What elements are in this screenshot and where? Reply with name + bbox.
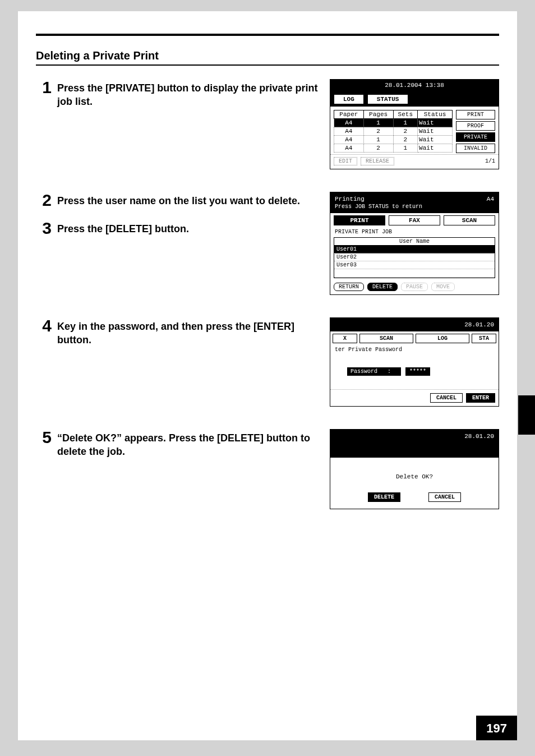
hint-text: Press JOB STATUS to return [330,204,499,213]
tab-x[interactable]: X [333,334,357,343]
print-button[interactable]: PRINT [456,110,495,119]
tab-status[interactable]: STATUS [367,94,409,104]
th-sets: Sets [393,110,418,119]
table-row[interactable]: A4 1 2 Wait [334,136,453,144]
return-button[interactable]: RETURN [334,283,364,291]
password-field[interactable]: ***** [405,367,430,376]
table-row[interactable]: A4 1 1 Wait [334,119,453,127]
a4-icon: A4 [487,196,494,202]
section-title: Deleting a Private Print [36,49,499,62]
password-label: Password : [347,367,401,376]
delete-button[interactable]: DELETE [368,492,400,502]
step-number-5: 5 [36,429,52,446]
cell: Wait [418,119,453,127]
step-text-4: Key in the password, and then press the … [57,320,319,347]
list-item[interactable]: User03 [334,261,495,269]
cell: 1 [363,136,393,144]
screen4-date: 28.01.20 [330,430,499,458]
pager: 1/1 [485,158,495,164]
cancel-button[interactable]: CANCEL [430,393,463,403]
tab-sta[interactable]: STA [472,334,496,343]
password-prompt: ter Private Password [330,345,499,354]
step-number-4: 4 [36,317,52,334]
top-rule [36,34,499,36]
screen3-date: 28.01.20 [330,318,499,331]
proof-button[interactable]: PROOF [456,121,495,131]
step-text-5: “Delete OK?” appears. Press the [DELETE]… [57,431,319,459]
cell: 2 [393,127,418,136]
private-button[interactable]: PRIVATE [456,132,495,142]
list-item[interactable]: User02 [334,253,495,261]
th-pages: Pages [363,110,393,119]
list-item[interactable]: User01 [334,246,495,253]
th-status: Status [418,110,453,119]
delete-confirm-text: Delete OK? [330,473,499,480]
cell: 2 [363,127,393,136]
cell: 1 [393,144,418,153]
screen1-datetime: 28.01.2004 13:38 [330,80,499,91]
side-tab-black [518,395,535,435]
page-number: 197 [476,716,517,740]
pause-button[interactable]: PAUSE [401,283,428,291]
table-row[interactable]: A4 2 1 Wait [334,144,453,153]
cell: 1 [393,119,418,127]
step-text-1: Press the [PRIVATE] button to display th… [57,81,319,109]
tab-fax[interactable]: FAX [389,215,440,225]
tab-log[interactable]: LOG [334,94,364,104]
screenshot-1: 28.01.2004 13:38 LOG STATUS Paper Pages … [330,79,499,169]
cell: A4 [334,127,364,136]
cell: 1 [363,119,393,127]
cell: Wait [418,144,453,153]
cancel-button[interactable]: CANCEL [428,492,461,502]
cell: 2 [363,144,393,153]
cell: Wait [418,136,453,144]
tab-scan[interactable]: SCAN [444,215,495,225]
step-text-2: Press the user name on the list you want… [57,194,319,208]
cell: A4 [334,136,364,144]
cell: Wait [418,127,453,136]
delete-button[interactable]: DELETE [367,283,398,291]
step-number-3: 3 [36,220,52,237]
table-row[interactable]: A4 2 2 Wait [334,127,453,136]
step-number-1: 1 [36,79,52,96]
cell: A4 [334,119,364,127]
screenshot-4: 28.01.20 Delete OK? DELETE CANCEL [330,429,499,509]
tab-print[interactable]: PRINT [334,215,385,225]
enter-button[interactable]: ENTER [466,393,495,403]
screenshot-3: 28.01.20 X SCAN LOG STA ter Private Pass… [330,317,499,407]
cell: 2 [393,136,418,144]
cell: A4 [334,144,364,153]
move-button[interactable]: MOVE [431,283,455,291]
subtitle: PRIVATE PRINT JOB [330,228,499,236]
printing-status: Printing [335,196,365,202]
list-header: User Name [334,238,495,246]
release-button[interactable]: RELEASE [361,157,394,165]
invalid-button[interactable]: INVALID [456,144,495,153]
th-paper: Paper [334,110,364,119]
list-item [334,269,495,278]
step-number-2: 2 [36,192,52,209]
step-text-3: Press the [DELETE] button. [57,222,319,236]
tab-scan[interactable]: SCAN [359,334,413,343]
screenshot-2: A4 Printing Press JOB STATUS to return P… [330,192,499,295]
edit-button[interactable]: EDIT [334,157,357,165]
tab-log[interactable]: LOG [416,334,469,343]
